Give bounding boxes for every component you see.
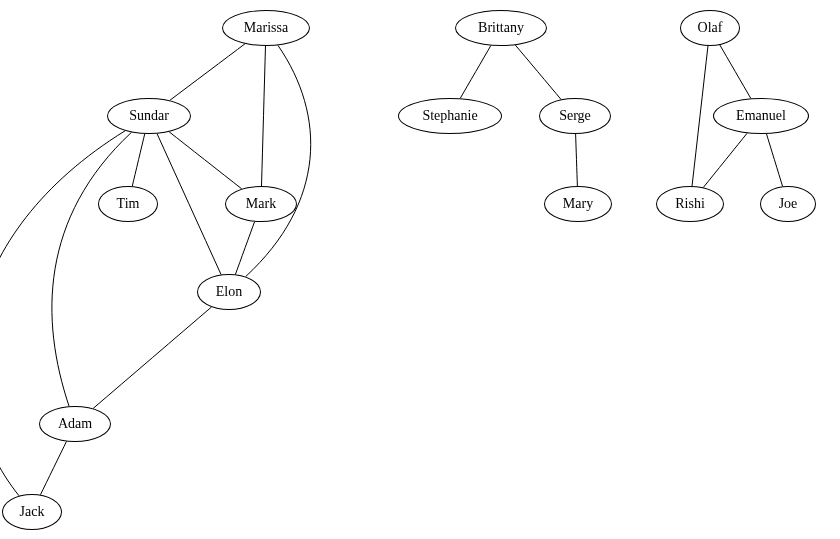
node-mary: Mary	[544, 186, 612, 222]
node-emanuel: Emanuel	[713, 98, 809, 134]
node-label: Joe	[779, 196, 798, 212]
edge-sundar-elon	[157, 134, 221, 275]
node-mark: Mark	[225, 186, 297, 222]
edge-brittany-serge	[515, 45, 561, 99]
node-stephanie: Stephanie	[398, 98, 502, 134]
graph-canvas: MarissaSundarTimMarkElonAdamJackBrittany…	[0, 0, 840, 539]
node-label: Sundar	[129, 108, 169, 124]
edge-sundar-mark	[169, 132, 242, 189]
node-adam: Adam	[39, 406, 111, 442]
node-label: Serge	[559, 108, 591, 124]
edge-emanuel-joe	[766, 134, 782, 186]
node-jack: Jack	[2, 494, 62, 530]
edge-marissa-mark	[262, 46, 266, 186]
edge-adam-jack	[40, 441, 66, 494]
graph-edges	[0, 0, 840, 539]
edge-marissa-sundar	[170, 44, 245, 101]
node-label: Jack	[20, 504, 45, 520]
node-label: Rishi	[675, 196, 705, 212]
edge-serge-mary	[576, 134, 578, 186]
node-rishi: Rishi	[656, 186, 724, 222]
edge-mark-elon	[235, 222, 254, 275]
edge-marissa-elon	[246, 45, 311, 276]
node-serge: Serge	[539, 98, 611, 134]
node-label: Mark	[246, 196, 276, 212]
node-label: Tim	[117, 196, 140, 212]
node-label: Stephanie	[422, 108, 477, 124]
node-olaf: Olaf	[680, 10, 740, 46]
node-elon: Elon	[197, 274, 261, 310]
node-label: Mary	[563, 196, 593, 212]
edge-elon-adam	[93, 307, 211, 408]
node-label: Elon	[216, 284, 242, 300]
node-sundar: Sundar	[107, 98, 191, 134]
edge-brittany-stephanie	[460, 46, 491, 99]
node-label: Brittany	[478, 20, 524, 36]
node-label: Emanuel	[736, 108, 786, 124]
node-brittany: Brittany	[455, 10, 547, 46]
node-marissa: Marissa	[222, 10, 310, 46]
node-tim: Tim	[98, 186, 158, 222]
node-label: Olaf	[698, 20, 723, 36]
edge-emanuel-rishi	[703, 133, 747, 187]
node-label: Adam	[58, 416, 92, 432]
edge-sundar-tim	[132, 134, 144, 186]
edge-olaf-rishi	[692, 46, 708, 186]
edge-sundar-adam	[52, 132, 132, 406]
node-joe: Joe	[760, 186, 816, 222]
edge-olaf-emanuel	[720, 45, 751, 98]
node-label: Marissa	[244, 20, 288, 36]
